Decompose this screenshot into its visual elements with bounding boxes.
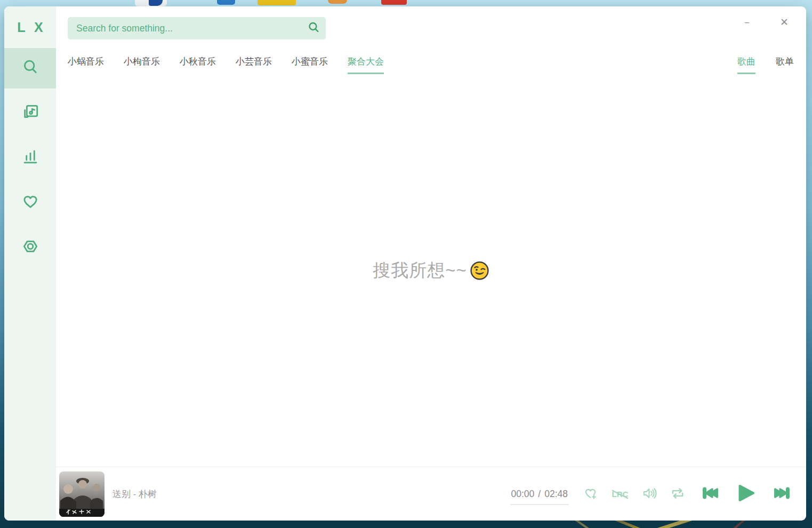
search-icon [307,21,320,36]
lrc-icon: LRC [611,490,629,499]
tab-source-2[interactable]: 小枸音乐 [124,55,160,74]
desktop-icon-fragment [135,0,167,6]
time-separator: / [538,489,541,500]
player-bar: 送别 - 朴树 00:00 / 02:48 [56,467,806,521]
tab-type-playlists[interactable]: 歌单 [776,55,794,74]
desktop-icon-fragment [381,0,407,5]
magnifier-icon [21,58,39,78]
play-mode-button[interactable] [670,485,686,503]
tab-source-1[interactable]: 小蜗音乐 [68,55,104,74]
app-logo: L X [4,6,56,48]
search-box [68,17,326,39]
desktop-icon-fragment [258,0,296,5]
volume-button[interactable] [641,485,657,503]
empty-state-message: 搜我所想~~ [373,259,489,283]
search-input[interactable] [68,17,301,39]
desktop-icon-fragment [328,0,347,4]
play-icon [733,481,757,507]
music-square-icon [21,103,39,123]
next-track-button[interactable] [772,483,792,505]
current-time: 00:00 [511,489,535,500]
love-add-button[interactable] [583,485,599,503]
main-area: – ✕ 小蜗音乐 小枸音乐 小秋音乐 小芸音乐 小蜜音乐 聚合大会 歌曲 歌单 … [56,6,806,521]
empty-state-text: 搜我所想~~ [373,259,467,283]
hexagon-gear-icon [21,237,39,258]
source-tabs: 小蜗音乐 小枸音乐 小秋音乐 小芸音乐 小蜜音乐 聚合大会 [68,55,737,74]
desktop-icon-fragment [217,0,235,5]
love-add-icon [583,485,599,503]
tabs-row: 小蜗音乐 小枸音乐 小秋音乐 小芸音乐 小蜜音乐 聚合大会 歌曲 歌单 [56,55,806,74]
desktop-lyrics-button[interactable]: LRC [611,490,629,499]
tab-source-aggregate[interactable]: 聚合大会 [348,55,384,74]
heart-icon [21,193,39,213]
tab-type-songs[interactable]: 歌曲 [737,55,755,74]
wink-emoji [470,261,489,281]
player-controls: 00:00 / 02:48 LRC [510,481,792,507]
play-button[interactable] [733,481,757,507]
tab-source-4[interactable]: 小芸音乐 [236,55,272,74]
previous-track-button[interactable] [701,483,720,505]
minimize-button[interactable]: – [739,14,755,30]
sidebar-item-search[interactable] [4,48,56,89]
window-controls: – ✕ [739,14,792,30]
search-button[interactable] [301,17,326,39]
close-button[interactable]: ✕ [776,14,792,30]
repeat-icon [670,485,686,503]
volume-icon [641,485,657,503]
sidebar-item-favorites[interactable] [4,182,56,223]
bar-chart-icon [21,148,39,168]
type-tabs: 歌曲 歌单 [737,55,794,74]
sidebar-item-settings[interactable] [4,227,56,268]
lx-music-window: L X [4,6,806,521]
time-progress[interactable]: 00:00 / 02:48 [510,489,569,505]
content-area: 搜我所想~~ [56,74,806,467]
next-icon [772,483,792,505]
previous-icon [701,483,720,505]
header [56,6,806,39]
now-playing-title[interactable]: 送别 - 朴树 [112,488,157,500]
total-duration: 02:48 [544,489,568,500]
sidebar: L X [4,6,56,521]
tab-source-5[interactable]: 小蜜音乐 [292,55,328,74]
tab-source-3[interactable]: 小秋音乐 [180,55,216,74]
album-art[interactable] [59,471,104,517]
sidebar-item-my-music[interactable] [4,93,56,133]
sidebar-item-leaderboard[interactable] [4,138,56,178]
